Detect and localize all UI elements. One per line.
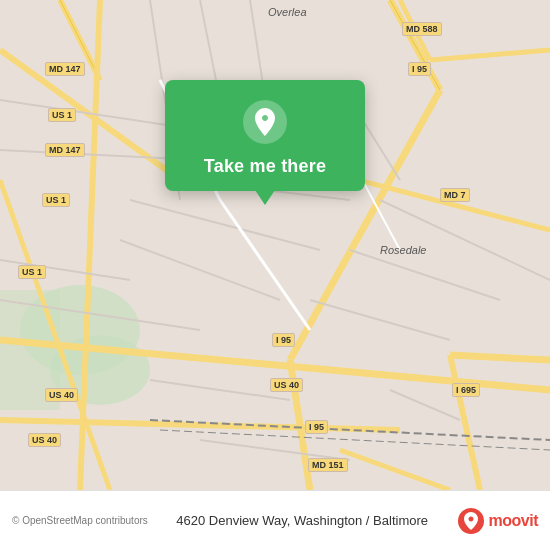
road-label-us1a: US 1 bbox=[48, 108, 76, 122]
svg-line-17 bbox=[450, 355, 550, 360]
road-label-md588: MD 588 bbox=[402, 22, 442, 36]
road-label-us40b: US 40 bbox=[45, 388, 78, 402]
take-me-there-button[interactable]: Take me there bbox=[204, 156, 326, 177]
road-label-md147b: MD 147 bbox=[45, 143, 85, 157]
moovit-pin-icon bbox=[457, 507, 485, 535]
road-label-i695: I 695 bbox=[452, 383, 480, 397]
road-label-md7: MD 7 bbox=[440, 188, 470, 202]
road-label-us1b: US 1 bbox=[42, 193, 70, 207]
road-label-i95c: I 95 bbox=[305, 420, 328, 434]
copyright-text: © OpenStreetMap contributors bbox=[12, 515, 148, 526]
popup-card[interactable]: Take me there bbox=[165, 80, 365, 191]
info-bar: © OpenStreetMap contributors 4620 Denvie… bbox=[0, 490, 550, 550]
moovit-brand-text: moovit bbox=[489, 512, 538, 530]
road-label-i95b: I 95 bbox=[272, 333, 295, 347]
road-label-us40c: US 40 bbox=[28, 433, 61, 447]
address-text: 4620 Denview Way, Washington / Baltimore bbox=[148, 513, 457, 528]
road-label-us1c: US 1 bbox=[18, 265, 46, 279]
location-pin-icon bbox=[241, 98, 289, 146]
road-label-i95a: I 95 bbox=[408, 62, 431, 76]
moovit-logo: moovit bbox=[457, 507, 538, 535]
svg-point-45 bbox=[458, 508, 484, 534]
road-label-md147: MD 147 bbox=[45, 62, 85, 76]
map-container: MD 147 MD 147 US 1 US 1 US 1 I 95 MD 588… bbox=[0, 0, 550, 490]
road-label-us40a: US 40 bbox=[270, 378, 303, 392]
area-label-overlea: Overlea bbox=[268, 6, 307, 18]
road-label-md151: MD 151 bbox=[308, 458, 348, 472]
area-label-rosedale: Rosedale bbox=[380, 244, 426, 256]
